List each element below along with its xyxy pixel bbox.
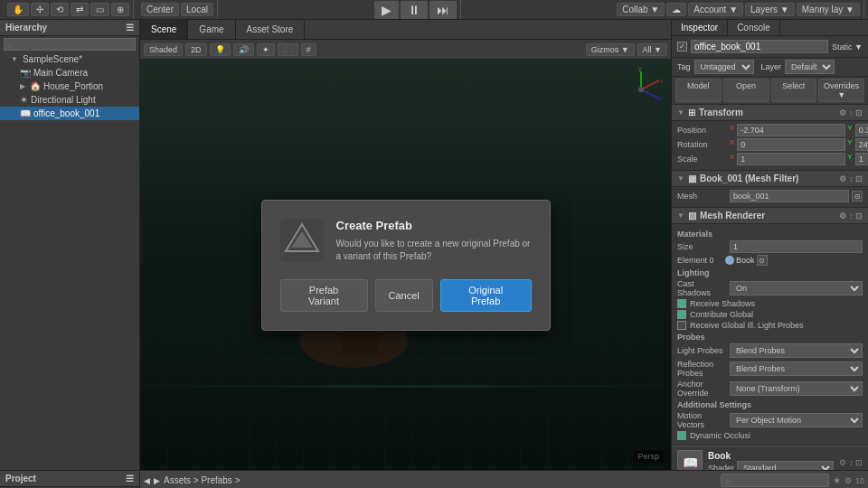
back-btn[interactable]: ◀	[144, 476, 150, 485]
asset-settings[interactable]: ⚙	[844, 476, 852, 485]
shaded-btn[interactable]: Shaded	[144, 43, 183, 56]
scale-x-field[interactable]	[737, 153, 845, 165]
material-select-btn[interactable]: ⊙	[757, 255, 768, 266]
transform-settings-icon[interactable]: ⚙ ↕ ⊡	[839, 108, 863, 117]
book-settings-icon[interactable]: ⚙ ↕ ⊡	[839, 458, 863, 467]
play-controls: ▶ ⏸ ⏭	[371, 0, 461, 19]
mesh-filter-settings[interactable]: ⚙ ↕ ⊡	[839, 174, 863, 183]
mesh-filter-icon: ▦	[688, 174, 696, 183]
size-row: Size	[677, 240, 863, 253]
cloud-btn[interactable]: ☁	[666, 3, 686, 16]
layer-dropdown[interactable]: Default	[785, 60, 835, 74]
cast-shadows-dropdown[interactable]: On	[730, 281, 863, 296]
scale-row: Scale X Y Z	[677, 153, 863, 165]
tab-scene[interactable]: Scene	[140, 20, 188, 39]
transform-body: Position X Y Z Rotation X Y	[672, 121, 868, 171]
transform-tool-btn[interactable]: ⊕	[111, 3, 129, 16]
scene-cam-btn[interactable]: 🎥	[278, 43, 298, 56]
console-tab[interactable]: Console	[728, 20, 780, 35]
pause-btn[interactable]: ⏸	[401, 1, 428, 19]
hierarchy-item-main-camera[interactable]: 📷 Main Camera	[0, 66, 139, 80]
hierarchy-scene[interactable]: ▼ SampleScene*	[0, 52, 139, 66]
hierarchy-item-house[interactable]: ▶ 🏠 House_Portion	[0, 80, 139, 93]
materials-subheader: Materials	[677, 230, 863, 239]
cancel-btn[interactable]: Cancel	[375, 279, 433, 312]
layers-btn[interactable]: Layers ▼	[745, 3, 795, 16]
rotate-tool-btn[interactable]: ⟲	[51, 3, 69, 16]
static-dropdown[interactable]: Static ▼	[832, 42, 863, 52]
book-shader-row: Shader Standard	[708, 461, 834, 471]
breadcrumb: Assets > Prefabs >	[164, 475, 241, 485]
mesh-select-btn[interactable]: ⊙	[852, 191, 863, 202]
shader-dropdown[interactable]: Standard	[737, 461, 834, 471]
materials-size-field[interactable]	[730, 240, 863, 253]
obj-active-checkbox[interactable]: ✓	[677, 42, 687, 52]
mesh-renderer-settings[interactable]: ⚙ ↕ ⊡	[839, 211, 863, 221]
overrides-btn[interactable]: Overrides ▼	[818, 79, 864, 102]
scene-name: SampleScene*	[23, 54, 82, 64]
step-btn[interactable]: ⏭	[429, 1, 457, 19]
rot-y-field[interactable]	[855, 138, 868, 151]
project-menu-icon[interactable]: ☰	[126, 474, 134, 483]
material-name: Book	[736, 256, 755, 265]
hierarchy-item-light[interactable]: ☀ Directional Light	[0, 93, 139, 107]
asset-search-input[interactable]	[721, 474, 829, 487]
mesh-renderer-header[interactable]: ▼ ▨ Mesh Renderer ⚙ ↕ ⊡	[672, 208, 868, 224]
layout-btn[interactable]: Manny lay ▼	[797, 3, 860, 16]
pos-y-field[interactable]	[855, 124, 868, 136]
inspector-tab[interactable]: Inspector	[672, 20, 728, 35]
cast-shadows-row: Cast Shadows On	[677, 279, 863, 297]
account-btn[interactable]: Account ▼	[688, 3, 743, 16]
hierarchy-search[interactable]	[0, 36, 139, 52]
collab-btn[interactable]: Collab ▼	[617, 3, 665, 16]
hierarchy-item-book[interactable]: 📖 office_book_001	[0, 107, 139, 120]
motion-vectors-dropdown[interactable]: Per Object Motion	[730, 413, 863, 427]
transform-header[interactable]: ▼ ⊞ Transform ⚙ ↕ ⊡	[672, 105, 868, 121]
hierarchy-search-input[interactable]	[4, 38, 136, 51]
prefab-variant-btn[interactable]: Prefab Variant	[280, 279, 368, 312]
light-icon: ☀	[20, 95, 28, 105]
tab-game[interactable]: Game	[188, 20, 235, 39]
scale-tool-btn[interactable]: ⇄	[71, 3, 89, 16]
light-probes-dropdown[interactable]: Blend Probes	[730, 343, 863, 358]
play-btn[interactable]: ▶	[374, 1, 399, 19]
pivot-btn[interactable]: Center	[141, 3, 179, 16]
receive-gi-checkbox[interactable]	[677, 321, 686, 330]
anchor-override-dropdown[interactable]: None (Transform)	[730, 381, 863, 396]
forward-btn[interactable]: ▶	[154, 476, 160, 485]
inspector-panel: Inspector Console ✓ Static ▼ Tag Untagge…	[671, 20, 868, 470]
favorites-star[interactable]: ★	[833, 475, 841, 485]
move-tool-btn[interactable]: ✢	[31, 3, 49, 16]
dialog-header: Create Prefab Would you like to create a…	[280, 219, 532, 263]
mesh-value-field[interactable]	[730, 190, 849, 202]
project-panel: Project ☰ + ⌕ ▼ ★ Favorites ⌕ All Materi…	[0, 471, 140, 488]
tab-asset-store[interactable]: Asset Store	[236, 20, 306, 39]
scale-y-field[interactable]	[855, 153, 868, 165]
audio-btn[interactable]: 🔊	[233, 43, 254, 56]
contribute-gi-checkbox[interactable]	[677, 310, 686, 319]
mesh-filter-header[interactable]: ▼ ▦ Book_001 (Mesh Filter) ⚙ ↕ ⊡	[672, 171, 868, 187]
receive-shadows-checkbox[interactable]	[677, 299, 686, 308]
pos-x-field[interactable]	[737, 124, 845, 136]
reflection-probes-dropdown[interactable]: Blend Probes	[730, 361, 863, 376]
select-btn[interactable]: Select	[771, 79, 817, 102]
open-btn[interactable]: Open	[723, 79, 769, 102]
obj-name-field[interactable]	[691, 40, 828, 53]
original-prefab-btn[interactable]: Original Prefab	[440, 279, 532, 312]
dynamic-occlusion-checkbox[interactable]	[677, 431, 686, 440]
rect-tool-btn[interactable]: ▭	[90, 3, 109, 16]
lighting-btn[interactable]: 💡	[210, 43, 231, 56]
model-btn[interactable]: Model	[675, 79, 722, 102]
2d-btn[interactable]: 2D	[185, 43, 207, 56]
tag-dropdown[interactable]: Untagged	[694, 60, 754, 74]
coord-btn[interactable]: Local	[181, 3, 213, 16]
book-material-name: Book	[708, 451, 834, 461]
reflection-probes-row: Reflection Probes Blend Probes	[677, 360, 863, 378]
gizmos-btn[interactable]: Gizmos ▼	[586, 43, 635, 56]
all-btn[interactable]: All ▼	[637, 43, 667, 56]
hierarchy-menu-icon[interactable]: ☰	[126, 23, 134, 33]
hand-tool-btn[interactable]: ✋	[7, 3, 29, 16]
fx-btn[interactable]: ✦	[257, 43, 275, 56]
grid-btn[interactable]: #	[301, 43, 316, 56]
rot-x-field[interactable]	[737, 138, 845, 151]
